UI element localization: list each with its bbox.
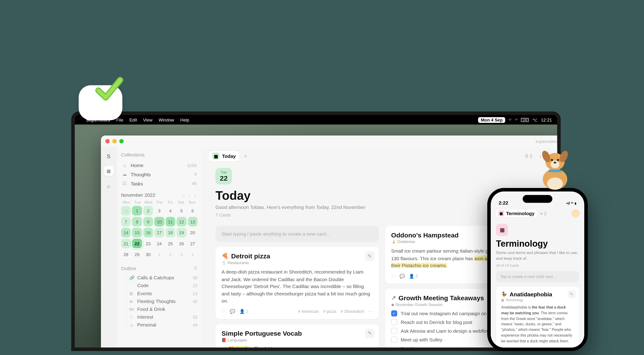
cal-day[interactable]: 1	[154, 250, 164, 259]
cal-day[interactable]: 14	[121, 228, 131, 238]
cal-day[interactable]: 2	[166, 250, 176, 259]
menubar-time[interactable]: 12:21	[541, 117, 552, 122]
session-icon: ◆	[391, 302, 394, 307]
rail-home-icon[interactable]: ≣	[104, 166, 114, 176]
pin-count[interactable]: ⚲ 2	[525, 153, 532, 159]
cal-day[interactable]: 9	[143, 217, 153, 226]
cal-day[interactable]: 20	[188, 228, 198, 238]
cal-day[interactable]: 15	[132, 228, 142, 238]
cal-day[interactable]: 10	[154, 217, 164, 226]
cal-day[interactable]: 18	[166, 228, 176, 238]
more-icon[interactable]: ⋯	[368, 309, 373, 314]
people-icon[interactable]: 👤 2	[409, 347, 418, 348]
outline-item[interactable]: › ♡ Interest 32	[121, 313, 198, 321]
cal-day[interactable]: 24	[154, 238, 164, 248]
rail-search-icon[interactable]: ⌕	[104, 181, 114, 191]
outline-item[interactable]: › 🍽 Food & Drink	[121, 305, 198, 313]
outline-item[interactable]: › Code 22	[121, 282, 198, 290]
checkbox[interactable]	[391, 336, 398, 342]
cal-day[interactable]: 4	[166, 206, 176, 216]
calendar-prev-icon[interactable]: ‹	[187, 192, 192, 198]
window-titlebar[interactable]: supernotes	[101, 136, 561, 147]
sidebar-item[interactable]: ☑ Tasks 46	[121, 179, 198, 188]
tag[interactable]: # pizza	[323, 309, 336, 314]
checkbox[interactable]	[391, 328, 398, 334]
phone-breadcrumb[interactable]: ▦ Terminology	[495, 209, 538, 218]
tag[interactable]: # definition	[554, 347, 574, 348]
new-card-input[interactable]: Start typing / paste anything to create …	[216, 226, 379, 242]
heart-icon[interactable]: ♡	[391, 273, 395, 278]
cal-day[interactable]: 13	[188, 217, 198, 226]
outline-item[interactable]: › ☺ Personal 44	[121, 321, 198, 329]
cal-day[interactable]: 8	[132, 217, 142, 226]
cal-day[interactable]: 2	[143, 206, 153, 216]
comment-icon[interactable]: 💬	[400, 347, 405, 348]
wifi-icon[interactable]: ⌔	[515, 117, 518, 122]
outline-item[interactable]: › ⊞ Events 13	[121, 290, 198, 297]
sidebar-item[interactable]: ⌂ Home 3258	[121, 161, 198, 170]
date-badge-day: 22	[220, 174, 228, 182]
cal-day[interactable]: 17	[154, 228, 164, 238]
cal-day[interactable]: 22	[132, 238, 142, 248]
menubar-view[interactable]: View	[143, 117, 152, 122]
cal-day[interactable]: 12	[177, 217, 186, 226]
edit-icon[interactable]: ✎	[365, 252, 375, 261]
minimize-icon[interactable]	[112, 139, 116, 143]
phone-filter-icon[interactable]: ≡ 2	[540, 211, 546, 216]
filter-icon[interactable]: ≡	[244, 154, 247, 159]
cal-day[interactable]: 28	[121, 250, 131, 259]
control-center-icon[interactable]: ⌥	[532, 117, 538, 122]
comment-icon[interactable]: 💬	[230, 309, 235, 314]
battery-icon[interactable]: 100	[521, 118, 529, 122]
cal-day[interactable]: 21	[121, 238, 131, 248]
card-portuguese-vocab[interactable]: ✎ Simple Portuguese Vocab 📕Languages Obr…	[216, 324, 379, 348]
comment-icon[interactable]: 💬	[400, 273, 405, 278]
cal-day[interactable]: 3	[154, 206, 164, 216]
cal-day[interactable]: 26	[177, 238, 186, 248]
avatar[interactable]	[571, 209, 580, 218]
tag[interactable]: # Shoreditch	[341, 309, 364, 314]
maximize-icon[interactable]	[119, 139, 124, 143]
sidebar-item[interactable]: ☁ Thoughts 9	[121, 170, 198, 179]
edit-icon[interactable]: ✎	[365, 328, 375, 338]
outline-item[interactable]: › 🔗 Calls & Catchups 30	[121, 274, 198, 282]
calendar-next-icon[interactable]: ›	[192, 192, 198, 198]
people-icon[interactable]: 👤 2	[240, 309, 248, 314]
cal-day[interactable]: 7	[121, 217, 131, 226]
cal-day[interactable]: 1	[132, 206, 142, 216]
edit-icon[interactable]: ✎	[568, 290, 576, 298]
card-anatidaephobia[interactable]: ✎ 🦆Anatidaephobia ▦ Terminology Anatidae…	[496, 287, 579, 348]
today-pill[interactable]: ▦ Today	[208, 150, 240, 162]
cal-day[interactable]: 19	[177, 228, 186, 238]
cal-day[interactable]: 29	[132, 250, 142, 259]
cal-day[interactable]: 23	[143, 238, 153, 248]
people-icon[interactable]: 👤 3	[409, 273, 418, 278]
cal-day[interactable]: 30	[143, 250, 153, 259]
cal-day[interactable]: 25	[166, 238, 176, 248]
cal-day[interactable]: 4	[188, 250, 198, 259]
phone-new-card-input[interactable]: Tap to create a new child card...	[496, 271, 579, 282]
card-detroit-pizza[interactable]: ✎ 🍕Detroit pizza 🍴Restaurants A deep-dis…	[216, 247, 379, 319]
rail-logo-icon[interactable]: S	[104, 151, 114, 161]
cal-day[interactable]: 16	[143, 228, 153, 238]
tag[interactable]: # American	[298, 309, 319, 314]
close-icon[interactable]	[105, 139, 110, 143]
outline-sort-icon[interactable]: ⇅	[194, 265, 198, 271]
checkbox[interactable]	[391, 319, 398, 325]
cal-day[interactable]: 5	[177, 206, 186, 216]
heart-icon[interactable]: ♡	[391, 347, 395, 348]
bluetooth-icon[interactable]: ⌔	[509, 117, 511, 122]
cal-day[interactable]: 6	[188, 206, 198, 216]
cal-day[interactable]: 31	[121, 206, 131, 216]
menubar-help[interactable]: Help	[180, 117, 189, 122]
cal-day[interactable]: 3	[177, 250, 186, 259]
cal-day[interactable]: 27	[188, 238, 198, 248]
heart-icon[interactable]: ♡	[222, 309, 226, 314]
menubar-window[interactable]: Window	[158, 117, 174, 122]
chevron-right-icon: ›	[125, 276, 127, 280]
checkbox[interactable]: ✓	[391, 310, 398, 316]
outline-item[interactable]: › ≋ Fleeting Thoughts 40	[121, 297, 198, 305]
calendar-sun-icon[interactable]: ☼	[180, 192, 187, 198]
menubar-date[interactable]: Mon 4 Sep	[478, 117, 505, 123]
cal-day[interactable]: 11	[166, 217, 176, 226]
